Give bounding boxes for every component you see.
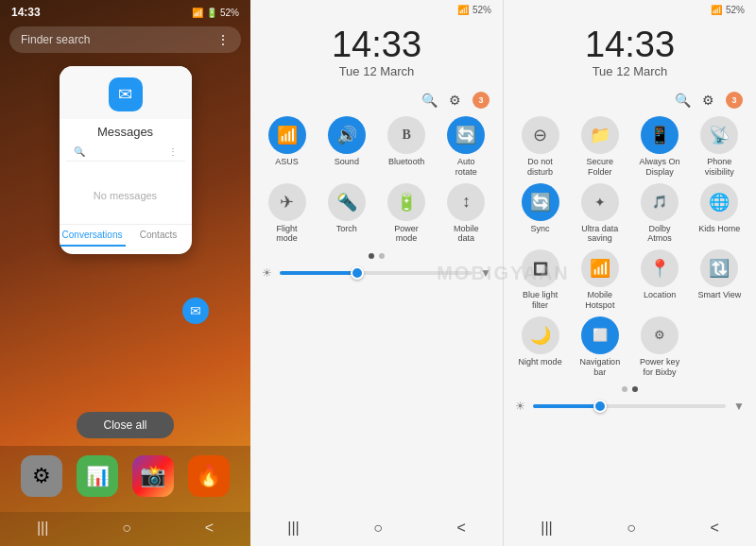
tile-sound-label: Sound [335, 157, 359, 167]
bottom-dock: ⚙ 📊 📸 🔥 [0, 446, 250, 512]
tile-kids-label: Kids Home [698, 224, 740, 234]
tile-bluetooth[interactable]: B Bluetooth [380, 116, 434, 178]
tile-dolby[interactable]: 🎵 DolbyAtmos [633, 183, 687, 245]
tile-smartview[interactable]: 🔃 Smart View [693, 249, 747, 311]
panel1-signal-icon: 📶 [457, 5, 469, 15]
tile-aod-icon: 📱 [641, 116, 679, 154]
tile-powerkey-icon: ⚙ [641, 316, 679, 354]
panel1-recent-btn[interactable]: ||| [287, 520, 299, 537]
tile-powerkey-label: Power keyfor Bixby [640, 357, 679, 378]
panel2-brightness-track[interactable] [533, 404, 726, 408]
panel2-back-btn[interactable]: < [710, 520, 718, 537]
tile-mobiledata-label: Mobiledata [454, 224, 479, 245]
tile-powerkey[interactable]: ⚙ Power keyfor Bixby [633, 316, 687, 378]
left-status-icons: 📶 🔋 52% [192, 8, 239, 18]
search-icon-small: 🔍 [74, 146, 85, 157]
tile-dolby-icon: 🎵 [641, 183, 679, 221]
tile-aod[interactable]: 📱 Always OnDisplay [633, 116, 687, 178]
tile-securefolder-icon: 📁 [581, 116, 619, 154]
tile-navbar[interactable]: ⬜ Navigationbar [573, 316, 627, 378]
tile-torch-icon: 🔦 [328, 183, 366, 221]
panel1-settings-icon[interactable]: ⚙ [449, 93, 461, 108]
messages-app-icon: ✉ [109, 77, 143, 111]
panel1-back-btn[interactable]: < [456, 520, 465, 537]
dock-settings-icon[interactable]: ⚙ [21, 455, 62, 497]
tab-conversations[interactable]: Conversations [60, 225, 126, 247]
panel2-brightness-thumb[interactable] [593, 400, 607, 413]
tile-nightmode-label: Night mode [519, 357, 562, 367]
messages-fab[interactable]: ✉ [182, 298, 209, 324]
back-btn[interactable]: < [205, 520, 214, 537]
tile-asus-icon: 📶 [268, 116, 306, 154]
tile-secure-folder[interactable]: 📁 SecureFolder [573, 116, 627, 178]
tile-mobiledata[interactable]: ↕ Mobiledata [439, 183, 493, 245]
tile-flightmode[interactable]: ✈ Flightmode [260, 183, 314, 245]
tile-bluelight-icon: 🔲 [522, 249, 559, 287]
status-bar-left: 14:33 📶 🔋 52% [0, 0, 250, 23]
panel2-recent-btn[interactable]: ||| [541, 520, 552, 537]
tile-autorotate[interactable]: 🔄 Autorotate [439, 116, 493, 178]
tile-smartview-icon: 🔃 [700, 249, 738, 287]
brightness-sun-icon: ☀ [262, 266, 272, 280]
dot-1-active [369, 253, 374, 259]
tile-securefolder-label: SecureFolder [587, 157, 614, 178]
panel1-home-btn[interactable]: ○ [373, 520, 383, 537]
panel1-brightness-fill [280, 271, 357, 275]
tile-nightmode[interactable]: 🌙 Night mode [513, 316, 567, 378]
panel2-settings-icon[interactable]: ⚙ [702, 93, 714, 108]
panel2-signal-icon: 📶 [711, 5, 722, 15]
left-panel: 14:33 📶 🔋 52% Finder search ⋮ ✉ Messages… [0, 0, 250, 546]
brightness-expand-icon[interactable]: ▼ [480, 266, 491, 280]
recent-apps-btn[interactable]: ||| [37, 520, 48, 537]
panel2-toolbar: 🔍 ⚙ 3 [504, 88, 756, 112]
tile-hotspot-icon: 📶 [581, 249, 619, 287]
panel2-sun-icon: ☀ [515, 400, 525, 413]
panel2-expand-icon[interactable]: ▼ [733, 400, 745, 413]
panel1-battery-pct: 52% [472, 5, 491, 15]
tile-dnd[interactable]: ⊖ Do notdisturb [513, 116, 567, 178]
panel1-brightness-track[interactable] [280, 271, 472, 275]
panel2-search-icon[interactable]: 🔍 [675, 93, 691, 108]
menu-icon-small: ⋮ [168, 146, 178, 157]
dock-budget-icon[interactable]: 📊 [77, 455, 118, 497]
tile-hotspot[interactable]: 📶 MobileHotspot [573, 249, 627, 311]
tab-contacts[interactable]: Contacts [126, 225, 192, 247]
tile-autorotate-icon: 🔄 [447, 116, 485, 154]
messages-app-card[interactable]: ✉ Messages 🔍 ⋮ No messages Conversations… [60, 66, 192, 254]
panel1-toolbar: 🔍 ⚙ 3 [250, 88, 503, 112]
tile-kids[interactable]: 🌐 Kids Home [693, 183, 747, 245]
finder-search-bar[interactable]: Finder search ⋮ [9, 26, 241, 53]
tile-bluelight[interactable]: 🔲 Blue lightfilter [513, 249, 567, 311]
panel1-time: 14:33 [250, 17, 503, 64]
app-card-tabs: Conversations Contacts [60, 224, 192, 247]
panel1-brightness-thumb[interactable] [351, 266, 364, 280]
tile-sync[interactable]: 🔄 Sync [513, 183, 567, 245]
dock-fire-icon[interactable]: 🔥 [188, 455, 230, 497]
dock-instagram-icon[interactable]: 📸 [132, 455, 174, 497]
tile-sound[interactable]: 🔊 Sound [319, 116, 373, 178]
tile-torch[interactable]: 🔦 Torch [319, 183, 373, 245]
tile-dnd-label: Do notdisturb [527, 157, 553, 178]
tile-phonevisibility-icon: 📡 [700, 116, 738, 154]
dot-2-inactive [622, 386, 627, 392]
panel2-dots [504, 381, 756, 396]
finder-menu-icon[interactable]: ⋮ [216, 32, 230, 47]
close-all-button[interactable]: Close all [77, 412, 173, 438]
tile-aod-label: Always OnDisplay [640, 157, 680, 178]
tile-powermode[interactable]: 🔋 Powermode [380, 183, 434, 245]
tile-asus[interactable]: 📶 ASUS [260, 116, 314, 178]
panel2-battery-pct: 52% [726, 5, 745, 15]
panel2-home-btn[interactable]: ○ [627, 520, 636, 537]
panel1-date: Tue 12 March [250, 64, 503, 88]
panel2-date: Tue 12 March [504, 64, 756, 88]
tile-phone-visibility[interactable]: 📡 Phonevisibility [693, 116, 747, 178]
home-btn[interactable]: ○ [122, 520, 131, 537]
tile-flightmode-label: Flightmode [276, 224, 298, 245]
tile-asus-label: ASUS [275, 157, 299, 167]
panel1-search-icon[interactable]: 🔍 [421, 93, 438, 108]
tile-ultrasave[interactable]: ✦ Ultra datasaving [573, 183, 627, 245]
tile-mobiledata-icon: ↕ [447, 183, 485, 221]
panel2-quick-tiles: ⊖ Do notdisturb 📁 SecureFolder 📱 Always … [504, 112, 756, 381]
panel1-notif-badge: 3 [472, 92, 490, 109]
tile-location[interactable]: 📍 Location [633, 249, 687, 311]
